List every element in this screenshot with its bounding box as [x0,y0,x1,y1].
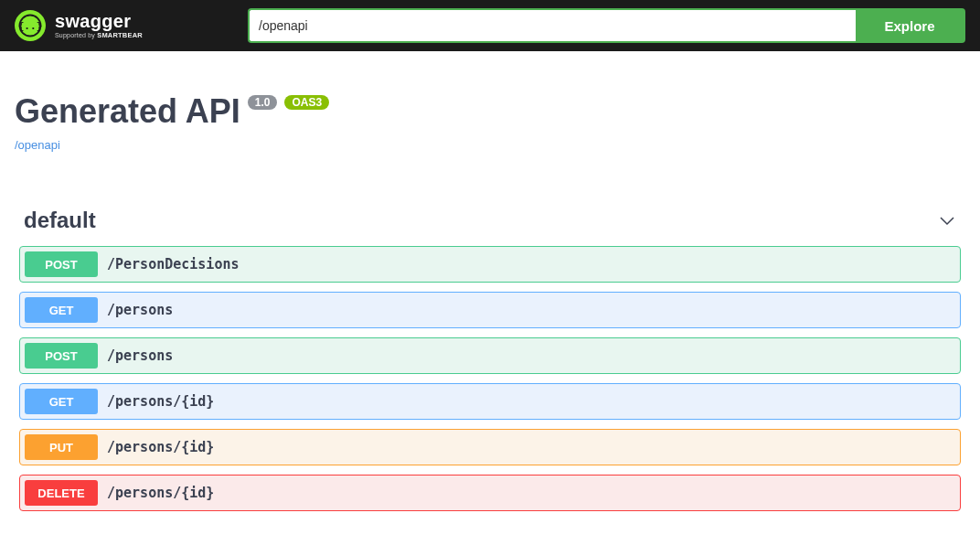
operation-row[interactable]: POST /PersonDecisions [19,246,961,283]
logo-text: swagger Supported by SMARTBEAR [55,12,143,39]
explore-button[interactable]: Explore [856,8,965,43]
section-title: default [24,208,96,233]
operation-path: /persons [107,302,173,318]
operation-row[interactable]: GET /persons [19,292,961,328]
method-badge: PUT [25,434,98,460]
section-header-default[interactable]: default [15,203,965,246]
method-badge: POST [25,343,98,369]
swagger-logo[interactable]: {..} swagger Supported by SMARTBEAR [15,10,143,41]
svg-text:{..}: {..} [18,20,43,32]
api-title: Generated API [15,92,240,131]
spec-form: Explore [248,8,965,43]
method-badge: DELETE [25,480,98,506]
operation-row[interactable]: DELETE /persons/{id} [19,475,961,511]
spec-url-input[interactable] [248,8,856,43]
operation-path: /persons/{id} [107,393,214,410]
oas-badge: OAS3 [284,95,329,110]
operation-row[interactable]: POST /persons [19,337,961,374]
topbar: {..} swagger Supported by SMARTBEAR Expl… [0,0,980,51]
operation-path: /persons [107,347,173,364]
operation-path: /PersonDecisions [107,256,240,272]
logo-support-line: Supported by SMARTBEAR [55,32,143,39]
method-badge: POST [25,251,98,277]
method-badge: GET [25,389,98,414]
operation-path: /persons/{id} [107,439,214,455]
swagger-icon: {..} [15,10,46,41]
content: Generated API 1.0 OAS3 /openapi default … [0,51,980,539]
api-title-row: Generated API 1.0 OAS3 [15,92,965,131]
operation-path: /persons/{id} [107,485,214,501]
version-badge: 1.0 [248,95,278,110]
chevron-down-icon [938,211,956,230]
operation-row[interactable]: GET /persons/{id} [19,383,961,420]
method-badge: GET [25,297,98,323]
logo-name: swagger [55,12,143,30]
spec-link[interactable]: /openapi [15,138,60,152]
operation-row[interactable]: PUT /persons/{id} [19,429,961,465]
operations-list: POST /PersonDecisions GET /persons POST … [15,246,965,511]
